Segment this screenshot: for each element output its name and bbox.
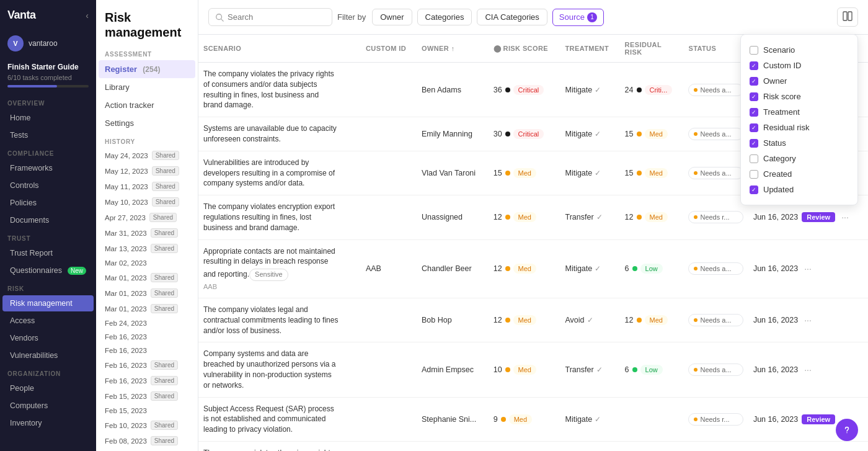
row-actions-button[interactable]: ··· <box>839 211 851 223</box>
col-owner[interactable]: OWNER ↑ <box>417 35 489 63</box>
dropdown-column-item[interactable]: Custom ID <box>748 58 850 73</box>
collapse-icon[interactable]: ‹ <box>86 11 89 20</box>
dropdown-column-item[interactable]: Residual risk <box>748 120 850 135</box>
history-item[interactable]: Feb 15, 2023 <box>96 404 198 418</box>
sidebar-item-policies[interactable]: Policies <box>2 195 94 211</box>
search-box[interactable] <box>208 8 332 26</box>
panel-item-library[interactable]: Library <box>96 78 198 96</box>
dropdown-column-item[interactable]: Updated <box>748 182 850 197</box>
sidebar-item-trust-report[interactable]: Trust Report <box>2 245 94 261</box>
sidebar-item-computers[interactable]: Computers <box>2 398 94 414</box>
help-button[interactable] <box>836 419 858 441</box>
sidebar-item-inventory[interactable]: Inventory <box>2 415 94 431</box>
col-treatment[interactable]: TREATMENT <box>560 35 619 63</box>
history-item[interactable]: Feb 10, 2023Shared <box>96 418 198 433</box>
column-checkbox[interactable] <box>750 170 758 179</box>
col-risk-score[interactable]: ⬤ RISK SCORE <box>489 35 560 63</box>
table-row[interactable]: Appropriate contacts are not maintained … <box>198 239 868 298</box>
cia-categories-filter-button[interactable]: CIA Categories <box>477 9 547 25</box>
owner-cell: Vlad Van Taroni <box>417 151 489 195</box>
new-badge: New <box>68 267 86 275</box>
sidebar-item-vulnerabilities[interactable]: Vulnerabilities <box>2 347 94 364</box>
row-actions-button[interactable]: ··· <box>802 262 814 275</box>
panel-title: Risk management <box>96 0 198 45</box>
columns-button[interactable] <box>837 7 858 27</box>
status-pill: Needs a... <box>688 128 743 140</box>
shared-badge: Shared <box>152 151 179 160</box>
table-row[interactable]: The company violates the privacy rights … <box>198 441 868 451</box>
risk-score-cell: 10 Med <box>489 342 560 397</box>
col-custom-id[interactable]: CUSTOM ID <box>361 35 417 63</box>
status-cell: Needs a... <box>683 151 748 195</box>
history-item[interactable]: Feb 16, 2023Shared <box>96 357 198 373</box>
row-actions-button[interactable]: ··· <box>802 364 814 376</box>
column-checkbox[interactable] <box>750 77 758 86</box>
sidebar-item-controls[interactable]: Controls <box>2 177 94 194</box>
dropdown-column-item[interactable]: Created <box>748 166 850 182</box>
sidebar-item-questionnaires[interactable]: Questionnaires New <box>2 262 94 279</box>
treatment-cell: Transfer ✓ <box>560 195 619 239</box>
row-actions-button[interactable]: ··· <box>802 314 814 326</box>
history-item[interactable]: Feb 24, 2023 <box>96 316 198 330</box>
risk-score-cell: 2 Low <box>489 441 560 451</box>
starter-guide-title[interactable]: Finish Starter Guide <box>7 63 89 71</box>
history-item[interactable]: Mar 02, 2023 <box>96 256 198 270</box>
dropdown-column-item[interactable]: Category <box>748 151 850 166</box>
table-row[interactable]: The company violates legal and contractu… <box>198 298 868 342</box>
sidebar-item-risk-management[interactable]: Risk management <box>2 295 94 311</box>
history-item[interactable]: Mar 01, 2023Shared <box>96 270 198 285</box>
history-date: Feb 24, 2023 <box>105 319 147 327</box>
sidebar-item-vendors[interactable]: Vendors <box>2 330 94 346</box>
source-filter-button[interactable]: Source 1 <box>552 9 604 26</box>
sidebar-item-access[interactable]: Access <box>2 313 94 329</box>
search-input[interactable] <box>228 12 314 22</box>
column-checkbox[interactable] <box>750 46 758 55</box>
categories-filter-button[interactable]: Categories <box>417 9 472 25</box>
column-checkbox[interactable] <box>750 139 758 148</box>
history-item[interactable]: Feb 16, 2023 <box>96 344 198 357</box>
col-residual-risk[interactable]: RESIDUALRISK <box>620 35 684 63</box>
history-item[interactable]: Mar 01, 2023Shared <box>96 285 198 301</box>
column-checkbox[interactable] <box>750 185 758 194</box>
col-scenario[interactable]: SCENARIO <box>198 35 361 63</box>
dropdown-column-item[interactable]: Owner <box>748 73 850 89</box>
panel-item-register[interactable]: Register (254) <box>99 60 195 78</box>
history-item[interactable]: Mar 01, 2023Shared <box>96 301 198 316</box>
history-item[interactable]: Mar 31, 2023Shared <box>96 225 198 241</box>
status-cell: Needs a... <box>683 342 748 397</box>
history-item[interactable]: Mar 13, 2023Shared <box>96 241 198 256</box>
history-item[interactable]: May 10, 2023Shared <box>96 194 198 210</box>
column-checkbox[interactable] <box>750 154 758 163</box>
panel-item-settings[interactable]: Settings <box>96 114 198 132</box>
column-checkbox[interactable] <box>750 61 758 70</box>
treatment-value: Mitigate <box>565 415 592 424</box>
sidebar-item-people[interactable]: People <box>2 380 94 396</box>
risk-score-pill: Critical <box>513 85 544 95</box>
history-item[interactable]: May 11, 2023Shared <box>96 179 198 194</box>
sidebar-item-documents[interactable]: Documents <box>2 212 94 228</box>
sidebar-item-tests[interactable]: Tests <box>2 127 94 143</box>
column-checkbox[interactable] <box>750 108 758 117</box>
history-item[interactable]: May 12, 2023Shared <box>96 163 198 179</box>
col-status[interactable]: STATUS <box>683 35 748 63</box>
table-row[interactable]: Subject Access Request (SAR) process is … <box>198 397 868 441</box>
table-row[interactable]: Company systems and data are breached by… <box>198 342 868 397</box>
history-item[interactable]: Feb 16, 2023Shared <box>96 373 198 388</box>
panel-item-action-tracker[interactable]: Action tracker <box>96 96 198 114</box>
owner-filter-button[interactable]: Owner <box>372 9 412 25</box>
history-item[interactable]: Feb 16, 2023 <box>96 330 198 344</box>
dropdown-column-item[interactable]: Treatment <box>748 104 850 120</box>
history-item[interactable]: Feb 08, 2023Shared <box>96 433 198 449</box>
dropdown-column-item[interactable]: Scenario <box>748 42 850 58</box>
risk-score-dot <box>501 417 506 422</box>
history-item[interactable]: May 24, 2023Shared <box>96 148 198 163</box>
dropdown-column-item[interactable]: Status <box>748 135 850 151</box>
dropdown-column-item[interactable]: Risk score <box>748 89 850 104</box>
review-badge: Review <box>802 414 835 424</box>
sidebar-item-home[interactable]: Home <box>2 110 94 126</box>
history-item[interactable]: Feb 15, 2023Shared <box>96 388 198 404</box>
column-checkbox[interactable] <box>750 123 758 132</box>
sidebar-item-frameworks[interactable]: Frameworks <box>2 160 94 176</box>
history-item[interactable]: Apr 27, 2023Shared <box>96 210 198 225</box>
column-checkbox[interactable] <box>750 92 758 101</box>
